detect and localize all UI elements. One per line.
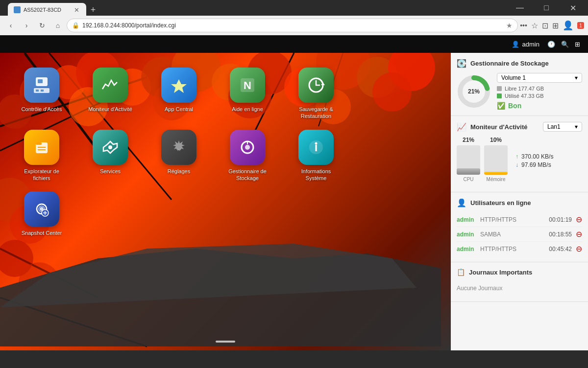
security-icon: 🔒 — [72, 22, 79, 29]
donut-percent-label: 21% — [457, 74, 491, 109]
app-img-sysinfo: i — [298, 130, 334, 165]
network-speeds: ↑ 370.00 KB/s ↓ 97.69 MB/s — [515, 153, 553, 170]
bookmark-save-icon[interactable]: ☆ — [531, 21, 538, 30]
menu-icon[interactable]: ⊞ — [575, 41, 580, 48]
new-tab-button[interactable]: + — [86, 3, 100, 17]
app-icon-settings[interactable]: Réglages — [157, 130, 201, 182]
app-icon-help[interactable]: N Aide en ligne — [225, 68, 270, 120]
app-icon-files[interactable]: Explorateur de fichiers — [20, 130, 64, 182]
address-bar[interactable]: 🔒 192.168.0.244:8000/portal/index.cgi ★ — [67, 19, 518, 32]
reload-button[interactable]: ↻ — [35, 19, 49, 32]
app-img-storagemgr — [230, 130, 265, 165]
app-img-monitor — [93, 68, 128, 103]
journals-widget-title: Journaux Importants — [469, 269, 532, 276]
user-name-2: admin — [457, 246, 476, 253]
free-space-label: Libre 177.47 GB — [505, 86, 544, 92]
activity-bars: 21% CPU 10% Mémoire — [457, 137, 508, 182]
back-button[interactable]: ‹ — [4, 19, 18, 32]
app-label-snapshot: Snapshot Center — [22, 230, 62, 236]
storage-widget-icon: 💽 — [457, 59, 466, 68]
clock-icon[interactable]: 🕐 — [547, 41, 555, 48]
download-speed: ↓ 97.69 MB/s — [515, 161, 553, 168]
navigation-bar: ‹ › ↻ ⌂ 🔒 192.168.0.244:8000/portal/inde… — [0, 16, 588, 35]
maximize-button[interactable]: □ — [535, 0, 558, 16]
app-icon-access-control[interactable]: Contrôle d'Accès — [20, 68, 64, 120]
activity-widget: 📈 Moniteur d'Activité Lan1 ▾ 21% CPU — [451, 116, 588, 192]
svg-point-50 — [245, 145, 250, 150]
user-row-2: admin HTTP/HTTPS 00:45:42 ⊖ — [457, 242, 582, 256]
journals-widget-header: 📋 Journaux Importants — [457, 268, 582, 276]
user-info[interactable]: 👤 admin — [512, 41, 539, 48]
app-label-access: Contrôle d'Accès — [22, 106, 62, 113]
activity-widget-header: 📈 Moniteur d'Activité — [457, 122, 528, 132]
forward-button[interactable]: › — [20, 19, 33, 32]
user-kick-btn-0[interactable]: ⊖ — [576, 215, 582, 224]
app-icon-sysinfo[interactable]: i Informations Système — [294, 130, 338, 182]
browser-tab[interactable]: AS5202T-83CD ✕ — [8, 3, 86, 17]
app-label-appcentral: App Central — [165, 106, 193, 113]
app-grid: Contrôle d'Accès Moniteur d'Activité App… — [0, 53, 451, 350]
activity-widget-icon: 📈 — [457, 122, 466, 132]
svg-rect-35 — [36, 90, 39, 92]
storage-widget: 💽 Gestionnaire de Stockage 21% Volume 1 … — [451, 53, 588, 116]
portal-header: 👤 admin 🕐 🔍 ⊞ — [0, 35, 588, 53]
users-widget: 👤 Utilisateurs en ligne admin HTTP/HTTPS… — [451, 192, 588, 262]
download-speed-value: 97.69 MB/s — [521, 161, 551, 168]
used-space-legend: Utilisé 47.33 GB — [497, 93, 582, 99]
close-button[interactable]: ✕ — [562, 0, 584, 16]
app-icon-services[interactable]: Services — [88, 130, 132, 182]
app-img-appcentral — [161, 68, 196, 103]
download-arrow-icon: ↓ — [515, 161, 518, 168]
users-widget-header: 👤 Utilisateurs en ligne — [457, 198, 582, 207]
mem-label: Mémoire — [487, 177, 506, 182]
storage-status: ✅ Bon — [497, 102, 582, 110]
activity-widget-title: Moniteur d'Activité — [470, 123, 528, 131]
app-icon-appcentral[interactable]: App Central — [157, 68, 201, 120]
app-img-help: N — [230, 68, 265, 103]
sidebar-icon[interactable]: ⊞ — [552, 21, 559, 30]
app-icon-monitor[interactable]: Moniteur d'Activité — [88, 68, 132, 120]
app-label-storagemgr: Gestionnaire de Stockage — [225, 168, 270, 182]
user-time-1: 00:18:55 — [545, 231, 572, 238]
app-label-backup: Sauvegarde & Restauration — [294, 106, 338, 120]
desktop-area: Contrôle d'Accès Moniteur d'Activité App… — [0, 53, 451, 350]
profile-icon[interactable]: 👤 — [563, 20, 573, 31]
search-icon[interactable]: 🔍 — [561, 41, 569, 48]
journals-widget: 📋 Journaux Importants Aucune Journaux — [451, 262, 588, 302]
user-proto-2: HTTP/HTTPS — [480, 246, 541, 253]
app-icon-snapshot[interactable]: Snapshot Center — [20, 191, 64, 236]
minimize-button[interactable]: — — [509, 0, 531, 16]
page-indicator — [216, 341, 235, 343]
user-name-1: admin — [457, 231, 476, 238]
used-space-label: Utilisé 47.33 GB — [505, 93, 543, 99]
app-icon-backup[interactable]: Sauvegarde & Restauration — [294, 68, 338, 120]
home-button[interactable]: ⌂ — [51, 19, 65, 32]
title-bar: AS5202T-83CD ✕ + — □ ✕ — [0, 0, 588, 16]
app-label-sysinfo: Informations Système — [294, 168, 338, 182]
more-button[interactable]: ••• — [520, 22, 527, 29]
network-selector[interactable]: Lan1 ▾ — [543, 122, 582, 132]
mem-bar-container — [484, 145, 508, 175]
app-img-services — [93, 130, 128, 165]
upload-speed: ↑ 370.00 KB/s — [515, 153, 553, 160]
app-label-services: Services — [100, 168, 121, 175]
user-name-0: admin — [457, 216, 476, 223]
user-kick-btn-2[interactable]: ⊖ — [576, 244, 582, 253]
portal-header-icons: 🕐 🔍 ⊞ — [547, 41, 580, 48]
status-check-icon: ✅ — [497, 102, 505, 110]
tab-title: AS5202T-83CD — [24, 7, 70, 13]
volume-selector[interactable]: Volume 1 ▾ — [497, 73, 582, 83]
network-label: Lan1 — [547, 123, 561, 130]
app-icon-storagemgr[interactable]: Gestionnaire de Stockage — [225, 130, 270, 182]
cpu-bar-container — [457, 145, 480, 175]
upload-arrow-icon: ↑ — [515, 153, 518, 160]
storage-legend: Libre 177.47 GB Utilisé 47.33 GB — [497, 86, 582, 99]
journals-empty-label: Aucune Journaux — [457, 281, 582, 296]
tab-close-btn[interactable]: ✕ — [73, 6, 80, 14]
user-proto-0: HTTP/HTTPS — [480, 216, 541, 223]
reading-mode-icon[interactable]: ⊡ — [542, 21, 548, 30]
user-row-0: admin HTTP/HTTPS 00:01:19 ⊖ — [457, 212, 582, 227]
username-label: admin — [522, 41, 539, 48]
extensions-icon[interactable]: 1 — [577, 22, 584, 29]
user-kick-btn-1[interactable]: ⊖ — [576, 230, 582, 239]
